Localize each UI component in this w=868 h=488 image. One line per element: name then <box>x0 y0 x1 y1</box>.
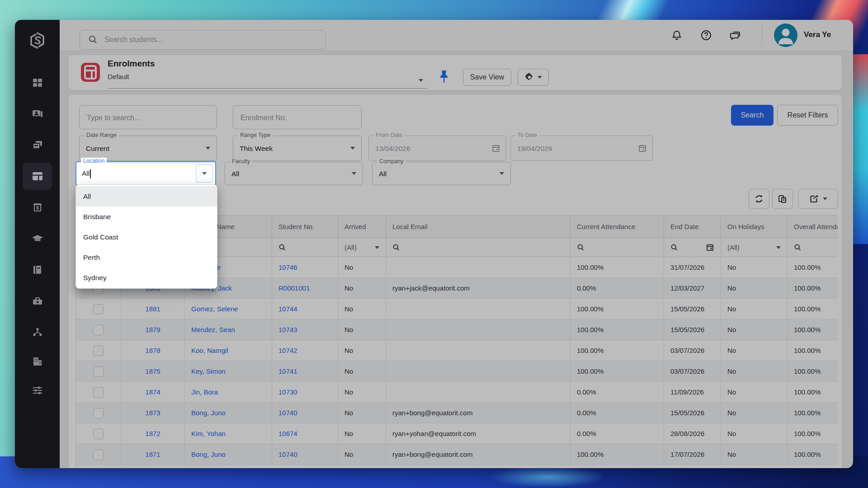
wallpaper-glow <box>488 465 606 488</box>
chevron-down-icon <box>202 172 207 175</box>
location-input-value[interactable]: All <box>82 169 91 178</box>
location-dropdown-button[interactable] <box>196 164 213 183</box>
location-option[interactable]: Brisbane <box>76 206 217 227</box>
text-cursor <box>90 169 91 178</box>
location-combobox[interactable]: Location All <box>75 161 216 186</box>
location-dropdown-panel: AllBrisbaneGold CoastPerthSydney <box>75 184 217 289</box>
location-option[interactable]: Sydney <box>76 267 217 288</box>
location-option[interactable]: All <box>76 186 217 206</box>
location-option[interactable]: Gold Coast <box>76 227 217 247</box>
wallpaper-streak <box>853 54 868 244</box>
location-option[interactable]: Perth <box>76 247 217 267</box>
screen: $ <box>0 0 868 488</box>
app-window: $ <box>15 20 853 468</box>
location-label: Location <box>81 158 107 164</box>
